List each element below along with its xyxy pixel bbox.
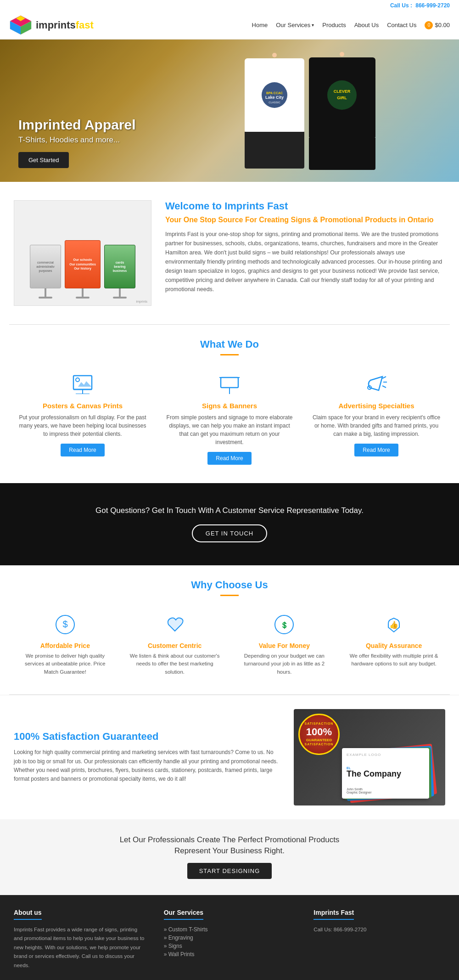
cta-band-text: Got Questions? Get In Touch With A Custo… <box>9 506 450 515</box>
welcome-text-block: Welcome to Imprints Fast Your One Stop S… <box>165 200 445 294</box>
service-signs-name: Signs & Banners <box>165 402 294 410</box>
svg-text:BPA CCAC: BPA CCAC <box>266 91 282 95</box>
title-underline <box>220 354 239 355</box>
footer-about-text: Imprints Fast provides a wide range of s… <box>14 925 146 970</box>
why-grid: $ Affordable Price We promise to deliver… <box>0 601 459 694</box>
guarantee-badge: SATISFACTION 100% GUARANTEED SATISFACTIO… <box>298 714 340 755</box>
display-stands: commercialadministrativpurposes Our scho… <box>30 240 135 299</box>
logo-icon <box>9 15 32 35</box>
service-posters-desc: Put your professionalism on full display… <box>18 413 147 438</box>
svg-rect-12 <box>73 376 92 389</box>
svg-text:💲: 💲 <box>280 621 289 629</box>
footer-contact-title: Imprints Fast <box>313 909 354 920</box>
footer-about: About us Imprints Fast provides a wide r… <box>14 909 146 970</box>
svg-text:CLEVER: CLEVER <box>334 89 351 94</box>
footer-service-item-3[interactable]: Signs <box>164 942 296 950</box>
tshirt-dark-person: CLEVER GIRL <box>309 52 375 170</box>
what-we-do-title: What We Do <box>0 325 459 360</box>
hero-subheadline: T-Shirts, Hoodies and more... <box>18 135 136 145</box>
affordable-icon: $ <box>18 614 112 638</box>
services-grid: Posters & Canvas Prints Put your profess… <box>0 360 459 483</box>
service-signs: Signs & Banners From simple posters and … <box>161 369 298 469</box>
svg-text:👍: 👍 <box>389 620 398 629</box>
why-customer: Customer Centric We listen & think about… <box>123 610 226 681</box>
nav-about-us[interactable]: About Us <box>354 22 379 28</box>
hero-headline: Imprinted Apparel <box>18 117 136 133</box>
welcome-image: commercialadministrativpurposes Our scho… <box>14 200 151 306</box>
why-quality: 👍 Quality Assurance We offer flexibility… <box>342 610 445 681</box>
cart-price: $0.00 <box>435 22 450 28</box>
nav-home[interactable]: Home <box>252 22 268 28</box>
card-logo-label: EXAMPLE LOGO <box>347 753 425 757</box>
header: imprintsfast Home Our Services ▾ Product… <box>0 11 459 39</box>
why-affordable-desc: We promise to deliver high quality servi… <box>18 652 112 676</box>
call-label: Call Us : <box>390 2 412 9</box>
service-advertising-readmore[interactable]: Read More <box>354 444 398 456</box>
why-value: 💲 Value For Money Depending on your budg… <box>233 610 336 681</box>
svg-rect-18 <box>221 377 238 388</box>
footer-service-item-2[interactable]: Engraving <box>164 934 296 942</box>
welcome-heading: Welcome to Imprints Fast <box>165 200 445 212</box>
phone-number[interactable]: 866-999-2720 <box>415 2 450 9</box>
cart-count: 0 <box>425 21 433 29</box>
why-quality-desc: We offer flexibility with multiple print… <box>347 652 441 668</box>
service-posters: Posters & Canvas Prints Put your profess… <box>14 369 151 469</box>
promo-cta-button[interactable]: START DESIGNING <box>187 863 272 879</box>
main-nav: Home Our Services ▾ Products About Us Co… <box>252 21 450 29</box>
svg-line-23 <box>382 377 386 378</box>
why-affordable-name: Affordable Price <box>18 642 112 649</box>
footer-services: Our Services Custom T-Shirts Engraving S… <box>164 909 296 970</box>
imprints-watermark: imprints <box>136 300 147 303</box>
service-posters-name: Posters & Canvas Prints <box>18 402 147 410</box>
top-bar: Call Us : 866-999-2720 <box>0 0 459 11</box>
guarantee-text: 100% Satisfaction Guaranteed Looking for… <box>14 731 280 783</box>
service-advertising: Advertising Specialties Claim space for … <box>308 369 445 469</box>
business-cards-mockup: EXAMPLE LOGO EL The Company John Smith G… <box>342 739 438 799</box>
cta-band: Got Questions? Get In Touch With A Custo… <box>0 483 459 565</box>
promo-line1: Let Our Professionals Create The Perfect… <box>9 835 450 845</box>
hero-cta-button[interactable]: Get Started <box>18 152 69 168</box>
why-choose-us-title: Why Choose Us <box>0 565 459 601</box>
hero-text: Imprinted Apparel T-Shirts, Hoodies and … <box>18 117 136 168</box>
svg-marker-14 <box>78 381 91 387</box>
why-affordable: $ Affordable Price We promise to deliver… <box>14 610 117 681</box>
cart-icon[interactable]: 0 $0.00 <box>425 21 450 29</box>
cta-band-button[interactable]: GET IN TOUCH <box>192 524 267 542</box>
footer-service-item-1[interactable]: Custom T-Shirts <box>164 925 296 934</box>
footer-services-title: Our Services <box>164 909 203 920</box>
tshirt-design-dark: CLEVER GIRL <box>321 79 363 116</box>
tshirt-design-white: BPA CCAC Lake City CLASSIC <box>256 81 293 109</box>
promo-band: Let Our Professionals Create The Perfect… <box>0 819 459 895</box>
svg-point-15 <box>76 378 79 382</box>
posters-icon <box>18 374 147 398</box>
signs-icon <box>165 374 294 398</box>
nav-our-services[interactable]: Our Services ▾ <box>276 22 314 28</box>
service-signs-readmore[interactable]: Read More <box>207 452 251 465</box>
svg-line-25 <box>382 386 386 388</box>
quality-icon: 👍 <box>347 614 441 638</box>
advertising-icon <box>312 374 441 398</box>
footer-service-item-4[interactable]: Wall Prints <box>164 950 296 958</box>
service-advertising-desc: Claim space for your brand in every reci… <box>312 413 441 438</box>
svg-point-9 <box>327 80 357 110</box>
dropdown-arrow: ▾ <box>312 23 314 28</box>
why-customer-desc: We listen & think about our customer's n… <box>128 652 222 676</box>
why-underline <box>220 595 239 596</box>
customer-icon <box>128 614 222 638</box>
welcome-section: commercialadministrativpurposes Our scho… <box>0 182 459 324</box>
footer-services-list: Custom T-Shirts Engraving Signs Wall Pri… <box>164 925 296 958</box>
welcome-body: Imprints Fast is your one-stop shop for … <box>165 230 445 294</box>
service-posters-readmore[interactable]: Read More <box>61 444 104 456</box>
nav-products[interactable]: Products <box>322 22 346 28</box>
hero-tshirts: BPA CCAC Lake City CLASSIC CLEVER GIRL <box>161 39 459 182</box>
svg-text:CLASSIC: CLASSIC <box>269 101 280 104</box>
hero-section: BPA CCAC Lake City CLASSIC CLEVER GIRL I… <box>0 39 459 182</box>
guarantee-image: SATISFACTION 100% GUARANTEED SATISFACTIO… <box>294 709 445 805</box>
why-quality-name: Quality Assurance <box>347 642 441 649</box>
why-value-name: Value For Money <box>238 642 331 649</box>
svg-text:Lake City: Lake City <box>265 95 283 100</box>
nav-contact-us[interactable]: Contact Us <box>387 22 416 28</box>
logo[interactable]: imprintsfast <box>9 15 252 35</box>
footer-about-title: About us <box>14 909 42 920</box>
footer-contact-phone: Call Us: 866-999-2720 <box>313 925 445 935</box>
